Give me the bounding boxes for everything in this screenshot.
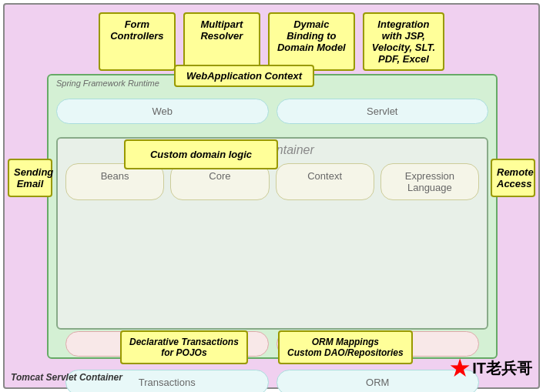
dynamic-binding-box: DymaicBinding toDomain Model xyxy=(268,12,355,71)
orm-box: ORM xyxy=(277,370,480,392)
logo-text: IT老兵哥 xyxy=(472,358,532,379)
expression-language-box: ExpressionLanguage xyxy=(380,163,479,200)
spring-runtime-container: Spring Framework Runtime Web Servlet Cor… xyxy=(47,74,498,359)
tomcat-label: Tomcat Servlet Container xyxy=(11,372,122,383)
declarative-transactions-box: Declarative Transactionsfor POJOs xyxy=(120,330,248,364)
multipart-resolver-box: MultipartResolver xyxy=(183,12,260,71)
remote-access-box: RemoteAccess xyxy=(491,159,535,197)
custom-domain-box: Custom domain logic xyxy=(124,139,278,169)
outer-container: FormControllers MultipartResolver Dymaic… xyxy=(3,3,540,389)
integration-box: Integrationwith JSP,Velocity, SLT.PDF, E… xyxy=(363,12,444,71)
orm-mappings-box: ORM MappingsCustom DAO/Repositories xyxy=(278,330,413,364)
servlet-box: Servlet xyxy=(277,99,489,124)
star-logo: ★ IT老兵哥 xyxy=(450,356,532,381)
star-icon: ★ xyxy=(450,356,469,381)
spring-runtime-label: Spring Framework Runtime xyxy=(56,79,159,88)
web-box: Web xyxy=(56,99,269,124)
web-servlet-row: Web Servlet xyxy=(56,99,488,124)
form-controllers-box: FormControllers xyxy=(99,12,176,71)
sending-email-box: SendingEmail xyxy=(8,159,52,197)
webapp-context-box: WebApplication Context xyxy=(174,65,314,87)
transactions-orm-row: Transactions ORM xyxy=(65,370,479,392)
context-box: Context xyxy=(276,163,374,200)
